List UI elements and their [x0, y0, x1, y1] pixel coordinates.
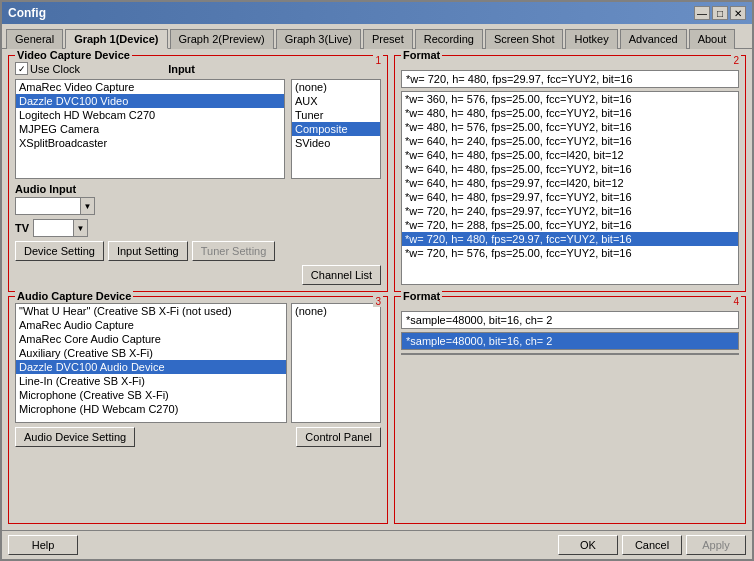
audio-device-item[interactable]: Microphone (HD Webcam C270): [16, 402, 286, 416]
ok-button[interactable]: OK: [558, 535, 618, 555]
audio-device-item[interactable]: AmaRec Audio Capture: [16, 318, 286, 332]
video-device-item[interactable]: MJPEG Camera: [16, 122, 284, 136]
close-button[interactable]: ✕: [730, 6, 746, 20]
cancel-button[interactable]: Cancel: [622, 535, 682, 555]
main-content: Video Capture Device 1 ✓ Use Clock Input…: [2, 49, 752, 530]
tabs-bar: General Graph 1(Device) Graph 2(Preview)…: [2, 24, 752, 49]
video-content-area: AmaRec Video Capture Dazzle DVC100 Video…: [15, 79, 381, 179]
video-device-listbox[interactable]: AmaRec Video Capture Dazzle DVC100 Video…: [15, 79, 285, 179]
video-format-title: Format: [401, 49, 442, 61]
format-item[interactable]: *w= 480, h= 576, fps=25.00, fcc=YUY2, bi…: [402, 120, 738, 134]
footer-right: OK Cancel Apply: [558, 535, 746, 555]
audio-device-item[interactable]: "What U Hear" (Creative SB X-Fi (not use…: [16, 304, 286, 318]
audio-device-item-selected[interactable]: Dazzle DVC100 Audio Device: [16, 360, 286, 374]
apply-button[interactable]: Apply: [686, 535, 746, 555]
panel2-num: 2: [731, 55, 741, 66]
audio-input-dropdown-btn[interactable]: ▼: [80, 198, 94, 214]
window-title: Config: [8, 6, 46, 20]
input-item-selected[interactable]: Composite: [292, 122, 380, 136]
audio-device-setting-button[interactable]: Audio Device Setting: [15, 427, 135, 447]
footer-left: Help: [8, 535, 78, 555]
use-clock-checkbox[interactable]: ✓: [15, 62, 28, 75]
audio-list-area: "What U Hear" (Creative SB X-Fi (not use…: [15, 303, 381, 423]
panel4-num: 4: [731, 296, 741, 307]
input-setting-button[interactable]: Input Setting: [108, 241, 188, 261]
video-device-item[interactable]: XSplitBroadcaster: [16, 136, 284, 150]
video-capture-panel: Video Capture Device 1 ✓ Use Clock Input…: [8, 55, 388, 292]
channel-list-button[interactable]: Channel List: [302, 265, 381, 285]
audio-format-title: Format: [401, 290, 442, 302]
video-format-header: *w= 720, h= 480, fps=29.97, fcc=YUY2, bi…: [401, 70, 739, 88]
tv-dropdown-btn[interactable]: ▼: [73, 220, 87, 236]
input-item[interactable]: SVideo: [292, 136, 380, 150]
video-device-item-selected[interactable]: Dazzle DVC100 Video: [16, 94, 284, 108]
top-row: Video Capture Device 1 ✓ Use Clock Input…: [8, 55, 746, 292]
input-listbox[interactable]: (none) AUX Tuner Composite SVideo: [291, 79, 381, 179]
video-format-panel: Format 2 *w= 720, h= 480, fps=29.97, fcc…: [394, 55, 746, 292]
channel-list-row: Channel List: [15, 265, 381, 285]
format-item[interactable]: *w= 720, h= 576, fps=25.00, fcc=YUY2, bi…: [402, 246, 738, 260]
audio-sample-header: *sample=48000, bit=16, ch= 2: [401, 311, 739, 329]
tuner-setting-button[interactable]: Tuner Setting: [192, 241, 276, 261]
audio-device-item[interactable]: Auxiliary (Creative SB X-Fi): [16, 346, 286, 360]
format-item[interactable]: *w= 640, h= 480, fps=29.97, fcc=l420, bi…: [402, 176, 738, 190]
tv-combo[interactable]: ▼: [33, 219, 88, 237]
audio-input-label: Audio Input: [15, 183, 76, 195]
input-label: Input: [168, 63, 195, 75]
panel1-num: 1: [373, 55, 383, 66]
audio-sample-selected[interactable]: *sample=48000, bit=16, ch= 2: [401, 332, 739, 350]
input-item[interactable]: (none): [292, 80, 380, 94]
format-item[interactable]: *w= 720, h= 288, fps=25.00, fcc=YUY2, bi…: [402, 218, 738, 232]
use-clock-check[interactable]: ✓ Use Clock: [15, 62, 80, 75]
help-button[interactable]: Help: [8, 535, 78, 555]
format-item[interactable]: *w= 640, h= 240, fps=25.00, fcc=YUY2, bi…: [402, 134, 738, 148]
audio-input-listbox[interactable]: (none): [291, 303, 381, 423]
device-buttons-row: Device Setting Input Setting Tuner Setti…: [15, 241, 381, 261]
audio-device-item[interactable]: AmaRec Core Audio Capture: [16, 332, 286, 346]
audio-capture-panel: Audio Capture Device 3 "What U Hear" (Cr…: [8, 296, 388, 524]
format-item-selected[interactable]: *w= 720, h= 480, fps=29.97, fcc=YUY2, bi…: [402, 232, 738, 246]
format-item[interactable]: *w= 640, h= 480, fps=25.00, fcc=l420, bi…: [402, 148, 738, 162]
footer: Help OK Cancel Apply: [2, 530, 752, 559]
panel3-num: 3: [373, 296, 383, 307]
audio-input-combo[interactable]: ▼: [15, 197, 95, 215]
tab-graph2[interactable]: Graph 2(Preview): [170, 29, 274, 49]
minimize-button[interactable]: —: [694, 6, 710, 20]
audio-format-panel: Format 4 *sample=48000, bit=16, ch= 2 *s…: [394, 296, 746, 524]
audio-capture-title: Audio Capture Device: [15, 290, 133, 302]
audio-device-item[interactable]: Line-In (Creative SB X-Fi): [16, 374, 286, 388]
format-item[interactable]: *w= 640, h= 480, fps=25.00, fcc=YUY2, bi…: [402, 162, 738, 176]
control-panel-button[interactable]: Control Panel: [296, 427, 381, 447]
tab-graph3[interactable]: Graph 3(Live): [276, 29, 361, 49]
tab-recording[interactable]: Recording: [415, 29, 483, 49]
format-item[interactable]: *w= 360, h= 576, fps=25.00, fcc=YUY2, bi…: [402, 92, 738, 106]
audio-device-item[interactable]: Microphone (Creative SB X-Fi): [16, 388, 286, 402]
input-item[interactable]: Tuner: [292, 108, 380, 122]
video-capture-title: Video Capture Device: [15, 49, 132, 61]
audio-device-listbox[interactable]: "What U Hear" (Creative SB X-Fi (not use…: [15, 303, 287, 423]
video-format-list[interactable]: *w= 360, h= 576, fps=25.00, fcc=YUY2, bi…: [401, 91, 739, 285]
input-item[interactable]: AUX: [292, 94, 380, 108]
audio-input-row: Audio Input ▼: [15, 183, 381, 215]
maximize-button[interactable]: □: [712, 6, 728, 20]
tab-general[interactable]: General: [6, 29, 63, 49]
tv-row: TV ▼: [15, 219, 381, 237]
tab-hotkey[interactable]: Hotkey: [565, 29, 617, 49]
tab-about[interactable]: About: [689, 29, 736, 49]
audio-sample-list[interactable]: [401, 353, 739, 355]
title-bar: Config — □ ✕: [2, 2, 752, 24]
format-item[interactable]: *w= 640, h= 480, fps=29.97, fcc=YUY2, bi…: [402, 190, 738, 204]
format-item[interactable]: *w= 480, h= 480, fps=25.00, fcc=YUY2, bi…: [402, 106, 738, 120]
audio-input-item[interactable]: (none): [292, 304, 380, 318]
use-clock-label: Use Clock: [30, 63, 80, 75]
tab-screenshot[interactable]: Screen Shot: [485, 29, 564, 49]
tab-preset[interactable]: Preset: [363, 29, 413, 49]
audio-buttons-row: Audio Device Setting Control Panel: [15, 427, 381, 447]
tab-graph1[interactable]: Graph 1(Device): [65, 29, 167, 49]
tab-advanced[interactable]: Advanced: [620, 29, 687, 49]
device-setting-button[interactable]: Device Setting: [15, 241, 104, 261]
format-item[interactable]: *w= 720, h= 240, fps=29.97, fcc=YUY2, bi…: [402, 204, 738, 218]
tv-label: TV: [15, 222, 29, 234]
video-device-item[interactable]: AmaRec Video Capture: [16, 80, 284, 94]
video-device-item[interactable]: Logitech HD Webcam C270: [16, 108, 284, 122]
